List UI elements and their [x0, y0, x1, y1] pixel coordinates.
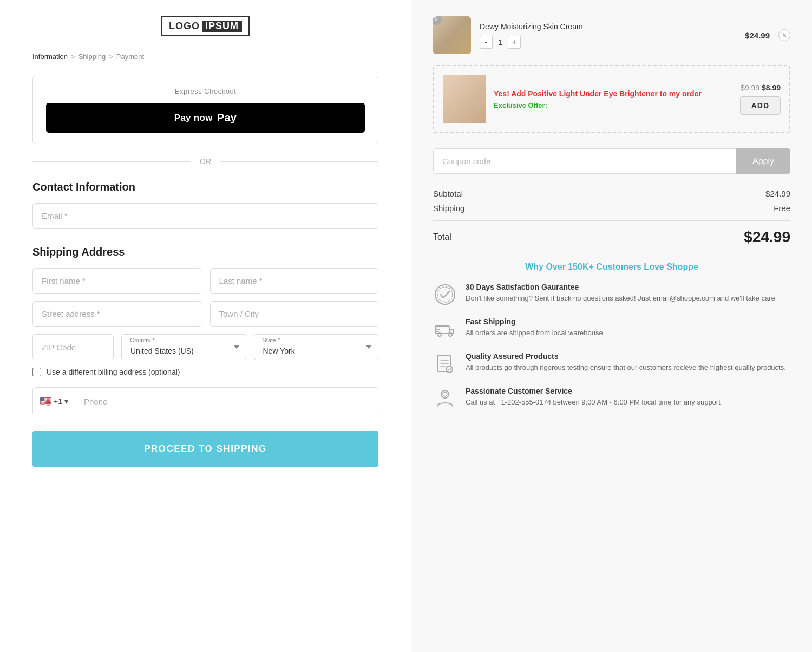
- phone-flag-icon: 🇺🇸: [40, 395, 51, 407]
- upsell-exclusive-text: Exclusive Offer:: [494, 101, 732, 109]
- phone-dropdown-icon: ▾: [64, 397, 68, 406]
- trust-shipping-desc: All orders are shipped from local wareho…: [466, 328, 790, 338]
- apple-pay-icon: Pay: [217, 112, 237, 124]
- fast-shipping-icon: [433, 317, 457, 341]
- upsell-pricing: $9.99 $8.99 ADD: [740, 83, 781, 115]
- customer-service-icon: [433, 387, 457, 410]
- logo: LOGO IPSUM: [161, 16, 250, 36]
- subtotal-value: $24.99: [765, 189, 790, 198]
- product-info: Dewy Moisturizing Skin Cream - 1 +: [480, 22, 736, 49]
- breadcrumb-sep-1: >: [71, 53, 75, 61]
- trust-item-quality: Quality Assured Products All products go…: [433, 352, 790, 376]
- city-field[interactable]: [210, 301, 379, 327]
- or-text: OR: [200, 157, 211, 166]
- upsell-box: Yes! Add Positive Light Under Eye Bright…: [433, 65, 790, 133]
- country-select[interactable]: United States (US) Canada United Kingdom: [121, 334, 246, 360]
- zip-field[interactable]: [32, 334, 114, 360]
- proceed-to-shipping-button[interactable]: PROCEED TO SHIPPING: [32, 431, 378, 467]
- breadcrumb-shipping[interactable]: Shipping: [78, 53, 106, 61]
- street-city-row: [32, 301, 378, 327]
- email-field[interactable]: [32, 203, 378, 229]
- svg-point-4: [449, 333, 452, 336]
- last-name-field[interactable]: [210, 268, 379, 294]
- contact-section: Contact Information: [32, 181, 378, 229]
- upsell-image: [443, 75, 486, 123]
- product-price: $24.99: [745, 31, 770, 40]
- trust-support-text: Passionate Customer Service Call us at +…: [466, 387, 790, 408]
- first-name-field[interactable]: [32, 268, 201, 294]
- logo-text-logo: LOGO: [169, 21, 200, 32]
- upsell-info: Yes! Add Positive Light Under Eye Bright…: [494, 89, 732, 110]
- zip-country-state-row: Country * United States (US) Canada Unit…: [32, 334, 378, 360]
- qty-value: 1: [498, 38, 502, 47]
- country-group: Country * United States (US) Canada Unit…: [121, 334, 246, 360]
- trust-section: Why Over 150K+ Customers Love Shoppe 30 …: [433, 262, 790, 410]
- svg-point-7: [441, 390, 449, 398]
- apple-pay-label: Pay now: [174, 113, 213, 123]
- logo-text-ipsum: IPSUM: [202, 21, 242, 32]
- product-qty-controls: - 1 +: [480, 36, 736, 49]
- state-group: State * New York California Texas: [254, 334, 379, 360]
- billing-checkbox-row: Use a different billing address (optiona…: [32, 368, 378, 376]
- product-remove-button[interactable]: ×: [778, 29, 790, 41]
- guarantee-icon: [433, 283, 457, 307]
- phone-flag-button[interactable]: 🇺🇸 +1 ▾: [33, 388, 75, 415]
- trust-guarantee-text: 30 Days Satisfaction Gaurantee Don't lik…: [466, 283, 790, 304]
- shipping-section: Shipping Address Country * United States…: [32, 246, 378, 467]
- totals-section: Subtotal $24.99 Shipping Free Total $24.…: [433, 189, 790, 246]
- product-image: 1: [433, 16, 471, 54]
- total-label: Total: [433, 232, 451, 242]
- shipping-label: Shipping: [433, 204, 464, 213]
- breadcrumb: Information > Shipping > Payment: [32, 53, 378, 61]
- svg-point-0: [435, 285, 455, 304]
- left-panel: LOGO IPSUM Information > Shipping > Paym…: [0, 0, 411, 652]
- or-divider: OR: [32, 157, 378, 166]
- billing-checkbox[interactable]: [32, 368, 41, 376]
- upsell-old-price: $9.99: [741, 83, 759, 92]
- breadcrumb-sep-2: >: [109, 53, 113, 61]
- breadcrumb-payment[interactable]: Payment: [116, 53, 144, 61]
- qty-increase-button[interactable]: +: [508, 36, 521, 49]
- coupon-apply-button[interactable]: Apply: [736, 148, 790, 174]
- trust-item-guarantee: 30 Days Satisfaction Gaurantee Don't lik…: [433, 283, 790, 307]
- coupon-input[interactable]: [433, 148, 736, 174]
- breadcrumb-information[interactable]: Information: [32, 53, 68, 61]
- total-value: $24.99: [744, 229, 790, 246]
- upsell-add-button[interactable]: ADD: [740, 96, 781, 115]
- trust-quality-text: Quality Assured Products All products go…: [466, 352, 790, 373]
- contact-section-title: Contact Information: [32, 181, 378, 193]
- coupon-row: Apply: [433, 148, 790, 174]
- trust-guarantee-desc: Don't like something? Sent it back no qu…: [466, 293, 790, 304]
- phone-code: +1: [54, 397, 62, 406]
- upsell-yes-text: Yes! Add Positive Light Under Eye Bright…: [494, 89, 732, 100]
- trust-quality-title: Quality Assured Products: [466, 352, 790, 361]
- trust-item-support: Passionate Customer Service Call us at +…: [433, 387, 790, 410]
- street-field[interactable]: [32, 301, 201, 327]
- upsell-prices: $9.99 $8.99: [740, 83, 781, 92]
- express-checkout-section: Express Checkout Pay now Pay: [32, 76, 378, 144]
- shipping-value: Free: [774, 204, 790, 213]
- total-row: Total $24.99: [433, 229, 790, 246]
- trust-title: Why Over 150K+ Customers Love Shoppe: [433, 262, 790, 272]
- svg-point-3: [438, 333, 441, 336]
- state-select[interactable]: New York California Texas: [254, 334, 379, 360]
- trust-shipping-text: Fast Shipping All orders are shipped fro…: [466, 317, 790, 338]
- shipping-row: Shipping Free: [433, 204, 790, 213]
- trust-guarantee-title: 30 Days Satisfaction Gaurantee: [466, 283, 790, 291]
- trust-quality-desc: All products go through rigorous testing…: [466, 362, 790, 373]
- logo-container: LOGO IPSUM: [32, 16, 378, 36]
- upsell-new-price: $8.99: [762, 83, 781, 92]
- trust-item-shipping: Fast Shipping All orders are shipped fro…: [433, 317, 790, 341]
- svg-point-1: [437, 287, 453, 302]
- quality-icon: [433, 352, 457, 376]
- phone-row: 🇺🇸 +1 ▾: [32, 387, 378, 415]
- billing-label[interactable]: Use a different billing address (optiona…: [47, 368, 180, 376]
- qty-decrease-button[interactable]: -: [480, 36, 493, 49]
- product-row: 1 Dewy Moisturizing Skin Cream - 1 + $24…: [433, 16, 790, 54]
- phone-field[interactable]: [75, 389, 378, 414]
- trust-shipping-title: Fast Shipping: [466, 317, 790, 326]
- apple-pay-button[interactable]: Pay now Pay: [46, 103, 365, 133]
- product-name: Dewy Moisturizing Skin Cream: [480, 22, 736, 32]
- trust-support-title: Passionate Customer Service: [466, 387, 790, 395]
- subtotal-row: Subtotal $24.99: [433, 189, 790, 198]
